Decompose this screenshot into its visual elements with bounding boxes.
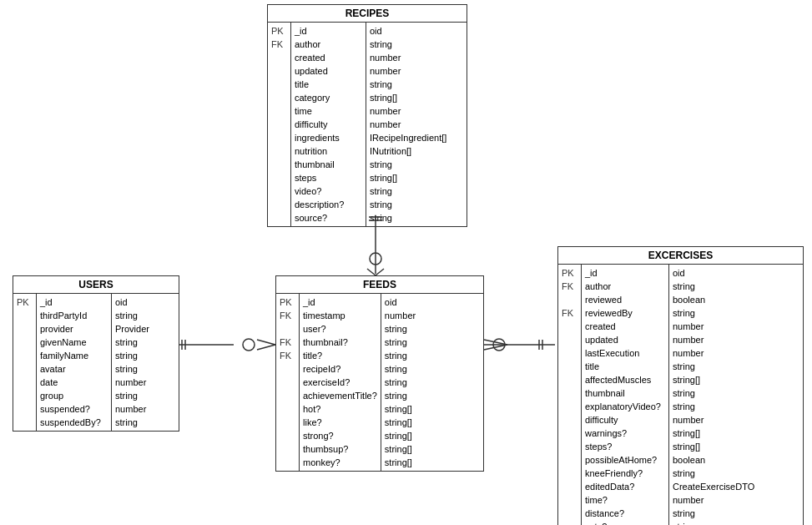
svg-line-5 bbox=[367, 269, 376, 275]
recipes-title: RECIPES bbox=[268, 5, 467, 23]
feeds-table: FEEDS PK FK FK FK _id timestamp user? bbox=[275, 275, 484, 472]
excercises-table: EXCERCISES PK FK FK bbox=[557, 246, 804, 525]
recipes-types: oid string number number string string[]… bbox=[366, 23, 458, 226]
feeds-title: FEEDS bbox=[276, 276, 483, 294]
users-table: USERS PK _id thirdPartyId provider given… bbox=[13, 275, 179, 432]
excercises-title: EXCERCISES bbox=[558, 247, 803, 265]
users-keys: PK bbox=[13, 294, 37, 431]
users-fields: _id thirdPartyId provider givenName fami… bbox=[37, 294, 112, 431]
recipes-table: RECIPES PK FK _id author bbox=[267, 4, 467, 227]
svg-line-6 bbox=[376, 269, 384, 275]
diagram-container: RECIPES PK FK _id author bbox=[0, 0, 812, 525]
svg-line-16 bbox=[484, 345, 507, 350]
recipes-fields: _id author created updated title categor… bbox=[291, 23, 366, 226]
recipes-body: PK FK _id author created upda bbox=[268, 23, 467, 226]
svg-line-15 bbox=[484, 340, 507, 345]
excercises-fields: _id author reviewed reviewedBy created u… bbox=[582, 265, 669, 525]
svg-line-12 bbox=[257, 345, 275, 350]
feeds-types: oid number string string string string s… bbox=[381, 294, 473, 471]
svg-point-14 bbox=[493, 339, 505, 351]
feeds-body: PK FK FK FK _id timestamp user? thumbnai… bbox=[276, 294, 483, 471]
svg-point-10 bbox=[243, 339, 255, 351]
svg-line-11 bbox=[257, 340, 275, 345]
excercises-types: oid string boolean string number number … bbox=[669, 265, 769, 525]
excercises-keys: PK FK FK bbox=[558, 265, 582, 525]
excercises-body: PK FK FK bbox=[558, 265, 803, 525]
recipes-keys: PK FK bbox=[268, 23, 291, 226]
feeds-keys: PK FK FK FK bbox=[276, 294, 300, 471]
users-title: USERS bbox=[13, 276, 179, 294]
users-types: oid string Provider string string string… bbox=[112, 294, 204, 431]
feeds-fields: _id timestamp user? thumbnail? title? re… bbox=[300, 294, 381, 471]
svg-point-4 bbox=[370, 253, 381, 265]
users-body: PK _id thirdPartyId provider givenName f… bbox=[13, 294, 179, 431]
